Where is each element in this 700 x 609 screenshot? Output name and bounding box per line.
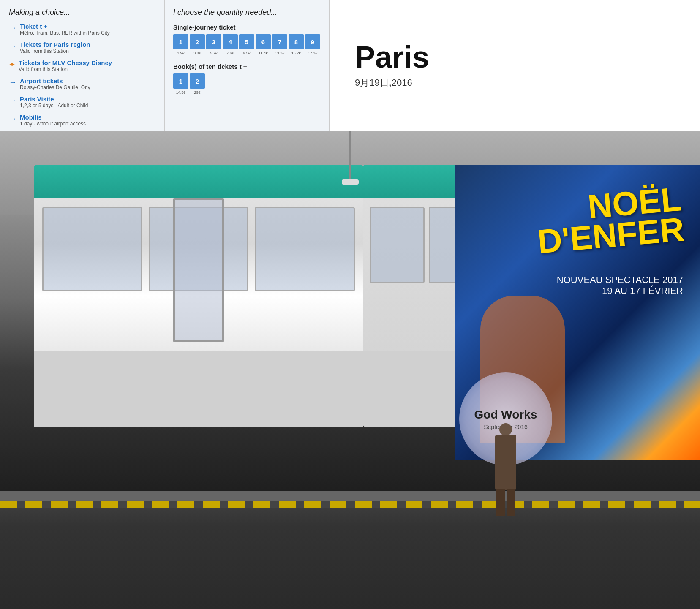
item-label: Mobilis	[20, 114, 86, 121]
light-fixture	[342, 179, 359, 185]
price-1: 1.9€	[173, 51, 188, 55]
train-window-3	[255, 207, 355, 291]
ticket-menu-title: Making a choice...	[9, 8, 156, 17]
single-journey-qty-row: 1 2 3 4 5 6 7 8 9	[173, 34, 321, 49]
qty-btn-1[interactable]: 1	[173, 34, 188, 49]
qty-btn-8[interactable]: 8	[289, 34, 304, 49]
item-sublabel: Valid from this Station	[19, 66, 112, 72]
paris-city-title: Paris	[355, 42, 429, 72]
price-3: 5.7€	[206, 51, 221, 55]
qty-btn-6[interactable]: 6	[256, 34, 271, 49]
item-label: Paris Visite	[20, 95, 88, 103]
arrow-icon: →	[9, 24, 16, 33]
price-4: 7.6€	[223, 51, 238, 55]
poster-subtitle: NOUVEAU SPECTACLE 201719 AU 17 FÉVRIER	[557, 275, 683, 296]
item-label: Tickets for Paris region	[20, 41, 90, 48]
price-2: 3.8€	[190, 51, 205, 55]
metro-train	[34, 165, 363, 427]
qty-btn-5[interactable]: 5	[239, 34, 254, 49]
train-window-1	[42, 207, 142, 291]
menu-item-paris-visite[interactable]: → Paris Visite 1,2,3 or 5 days - Adult o…	[9, 95, 156, 109]
person-head	[499, 423, 512, 436]
item-label: Tickets for MLV Chessy Disney	[19, 59, 112, 66]
price-7: 13.3€	[272, 51, 287, 55]
item-sublabel: 1,2,3 or 5 days - Adult or Child	[20, 103, 88, 109]
quantity-panel: I choose the quantity needed... Single-j…	[165, 0, 330, 131]
metro-background: NOËL D'ENFER NOUVEAU SPECTACLE 201719 AU…	[0, 131, 700, 609]
person-silhouette-1	[489, 423, 523, 516]
window	[370, 207, 425, 283]
price-6: 11.4€	[256, 51, 271, 55]
book-ten-section: Book(s) of ten tickets t + 1 2 14.5€ 29€	[173, 63, 321, 95]
train-door	[173, 198, 224, 342]
arrow-icon: →	[9, 114, 16, 123]
metro-section: NOËL D'ENFER NOUVEAU SPECTACLE 201719 AU…	[0, 131, 700, 609]
item-sublabel: Valid from this Station	[20, 48, 90, 54]
book-ten-label: Book(s) of ten tickets t +	[173, 63, 321, 70]
top-row: Making a choice... → Ticket t + Métro, T…	[0, 0, 700, 131]
arrow-icon: →	[9, 42, 16, 51]
single-journey-prices: 1.9€ 3.8€ 5.7€ 7.6€ 9.5€ 11.4€ 13.3€ 15.…	[173, 51, 321, 55]
light-fixture-pole	[349, 131, 351, 182]
poster-noel-text: NOËL D'ENFER	[534, 184, 685, 257]
menu-item-airport[interactable]: → Airport tickets Roissy-Charles De Gaul…	[9, 77, 156, 90]
price-5: 9.5€	[239, 51, 254, 55]
item-sublabel: Métro, Tram, Bus, RER within Paris City	[20, 30, 110, 36]
paris-date: 9月19日,2016	[355, 76, 412, 89]
ticket-menu-panel: Making a choice... → Ticket t + Métro, T…	[0, 0, 165, 131]
item-sublabel: 1 day - without airport access	[20, 121, 86, 127]
ten-qty-btn-1[interactable]: 1	[173, 73, 188, 89]
arrow-icon: →	[9, 78, 16, 87]
qty-btn-2[interactable]: 2	[190, 34, 205, 49]
person-leg-left	[496, 489, 505, 516]
menu-item-paris-region[interactable]: → Tickets for Paris region Valid from th…	[9, 41, 156, 54]
quantity-panel-title: I choose the quantity needed...	[173, 8, 321, 17]
item-sublabel: Roissy-Charles De Gaulle, Orly	[20, 84, 90, 90]
platform-edge	[0, 491, 700, 501]
price-9: 17.1€	[305, 51, 320, 55]
item-label: Airport tickets	[20, 77, 90, 84]
price-8: 15.2€	[289, 51, 304, 55]
star-icon: ✦	[9, 60, 15, 69]
book-ten-qty-row: 1 2	[173, 73, 321, 89]
ten-price-1: 14.5€	[173, 90, 188, 95]
menu-item-mobilis[interactable]: → Mobilis 1 day - without airport access	[9, 114, 156, 127]
qty-btn-4[interactable]: 4	[223, 34, 238, 49]
train-bottom-stripe	[34, 351, 363, 427]
menu-item-ticket-t-plus[interactable]: → Ticket t + Métro, Tram, Bus, RER withi…	[9, 23, 156, 36]
watermark-title: God Works	[474, 408, 537, 422]
metro-platform	[0, 491, 700, 609]
qty-btn-7[interactable]: 7	[272, 34, 287, 49]
item-label: Ticket t +	[20, 23, 110, 30]
person-leg-right	[507, 489, 515, 516]
train-teal-stripe	[34, 165, 363, 198]
menu-item-mlv[interactable]: ✦ Tickets for MLV Chessy Disney Valid fr…	[9, 59, 156, 72]
qty-btn-3[interactable]: 3	[206, 34, 221, 49]
arrow-icon: →	[9, 96, 16, 105]
person-body	[495, 435, 516, 490]
qty-btn-9[interactable]: 9	[305, 34, 320, 49]
single-journey-label: Single-journey ticket	[173, 24, 321, 31]
book-ten-prices: 14.5€ 29€	[173, 90, 321, 95]
ten-price-2: 29€	[190, 90, 205, 95]
platform-yellow-line	[0, 501, 700, 508]
paris-panel: Paris 9月19日,2016	[330, 0, 700, 131]
ten-qty-btn-2[interactable]: 2	[190, 73, 205, 89]
